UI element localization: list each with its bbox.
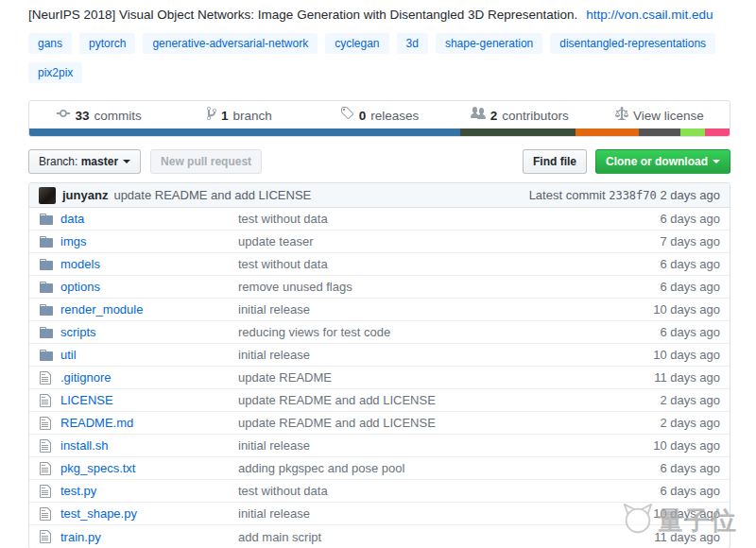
language-segment (639, 128, 680, 136)
commit-message[interactable]: update README (238, 370, 332, 385)
folder-icon (29, 234, 60, 249)
repo-website-link[interactable]: http://von.csail.mit.edu (586, 8, 713, 22)
commits-stat[interactable]: 33 commits (29, 101, 169, 128)
folder-icon (29, 348, 60, 363)
topic-tag-pix2pix[interactable]: pix2pix (28, 62, 82, 83)
latest-commit-label: Latest commit (529, 188, 606, 202)
topic-tag-generative-adversarial-network[interactable]: generative-adversarial-network (143, 33, 318, 54)
file-age: 6 days ago (618, 484, 730, 498)
topic-tag-3d[interactable]: 3d (397, 33, 428, 54)
latest-commit-age: 2 days ago (660, 188, 720, 202)
topic-tag-gans[interactable]: gans (28, 33, 72, 54)
file-link[interactable]: scripts (60, 325, 96, 339)
file-link[interactable]: options (60, 280, 100, 294)
topic-tag-shape-generation[interactable]: shape-generation (436, 33, 542, 54)
license-icon (615, 106, 628, 125)
contributors-stat[interactable]: 2 contributors (450, 101, 590, 128)
branch-name: master (81, 155, 118, 168)
commit-message[interactable]: remove unused flags (238, 280, 352, 294)
commit-message[interactable]: test without data (238, 257, 328, 271)
topic-tag-cyclegan[interactable]: cyclegan (325, 33, 388, 54)
file-link[interactable]: imgs (60, 234, 86, 248)
language-segment (680, 128, 705, 136)
repo-description-row: [NeurIPS 2018] Visual Object Networks: I… (28, 0, 730, 24)
chevron-down-icon (713, 160, 720, 163)
branch-icon (207, 106, 216, 125)
commit-hash-link[interactable]: 2338f70 (609, 189, 657, 202)
table-row: train.py add main script 11 days ago (29, 525, 730, 548)
branches-stat[interactable]: 1 branch (169, 101, 309, 128)
commit-message[interactable]: adding pkgspec and pose pool (238, 461, 404, 475)
commit-message[interactable]: update README and add LICENSE (238, 416, 436, 430)
table-row: pkg_specs.txt adding pkgspec and pose po… (29, 457, 730, 480)
file-link[interactable]: models (60, 257, 100, 271)
clone-or-download-button[interactable]: Clone or download (595, 149, 730, 174)
commit-author-link[interactable]: junyanz (62, 188, 108, 202)
file-link[interactable]: data (60, 212, 84, 226)
file-age: 10 days ago (618, 302, 730, 317)
topic-tag-disentangled-representations[interactable]: disentangled-representations (550, 33, 715, 54)
file-icon (29, 438, 60, 454)
commit-message[interactable]: reducing views for test code (238, 325, 390, 339)
file-link[interactable]: .gitignore (60, 370, 111, 385)
language-bar[interactable] (29, 128, 730, 136)
commit-message[interactable]: initial release (238, 438, 310, 453)
license-label: View license (633, 108, 704, 124)
file-icon (29, 461, 60, 476)
releases-stat[interactable]: 0 releases (309, 101, 449, 128)
file-age: 6 days ago (618, 257, 730, 271)
file-age: 7 days ago (618, 234, 730, 248)
commit-message-link[interactable]: update README and add LICENSE (113, 188, 311, 202)
commit-message[interactable]: initial release (238, 302, 310, 317)
find-file-button[interactable]: Find file (523, 149, 587, 174)
commit-message[interactable]: test without data (238, 212, 328, 226)
file-age: 10 days ago (618, 348, 730, 362)
file-link[interactable]: LICENSE (60, 393, 113, 407)
topic-tag-pytorch[interactable]: pytorch (79, 33, 135, 54)
file-link[interactable]: util (60, 348, 77, 362)
table-row: test.py test without data 6 days ago (29, 480, 730, 503)
new-pull-request-button[interactable]: New pull request (150, 149, 262, 174)
folder-icon (29, 302, 60, 317)
file-link[interactable]: train.py (60, 530, 101, 544)
table-row: .gitignore update README 11 days ago (29, 367, 730, 389)
topics-row-1: gans pytorch generative-adversarial-netw… (28, 33, 730, 54)
folder-icon (29, 257, 60, 272)
commits-label: commits (94, 108, 141, 124)
releases-icon (340, 106, 354, 125)
file-link[interactable]: test_shape.py (60, 506, 137, 521)
commit-message[interactable]: initial release (238, 348, 310, 362)
commit-message[interactable]: add main script (238, 530, 321, 544)
commit-message[interactable]: test without data (238, 484, 328, 498)
file-link[interactable]: README.md (60, 416, 133, 430)
file-age: 2 days ago (618, 393, 730, 407)
file-link[interactable]: pkg_specs.txt (60, 461, 136, 475)
contributors-icon (471, 106, 486, 125)
file-icon (29, 506, 60, 522)
repository-page: [NeurIPS 2018] Visual Object Networks: I… (0, 0, 756, 548)
file-age: 11 days ago (618, 530, 730, 544)
file-link[interactable]: install.sh (60, 438, 109, 453)
table-row: install.sh initial release 10 days ago (29, 435, 730, 457)
latest-commit-bar: junyanz update README and add LICENSE La… (29, 183, 730, 208)
branches-label: branch (232, 108, 271, 124)
commit-message[interactable]: update README and add LICENSE (238, 393, 436, 407)
view-license-link[interactable]: View license (590, 101, 730, 128)
commit-message[interactable]: update teaser (238, 234, 314, 248)
table-row: data test without data 6 days ago (29, 208, 730, 231)
contributors-label: contributors (502, 108, 569, 124)
releases-count: 0 (359, 108, 367, 124)
file-icon (29, 484, 60, 499)
file-age: 10 days ago (618, 506, 730, 521)
latest-commit-info: Latest commit 2338f70 2 days ago (529, 188, 720, 202)
language-segment (29, 128, 460, 136)
avatar[interactable] (39, 187, 56, 204)
file-link[interactable]: render_module (60, 302, 143, 317)
file-icon (29, 416, 60, 431)
folder-icon (29, 212, 60, 227)
file-link[interactable]: test.py (60, 484, 96, 498)
topics-row-2: pix2pix (28, 62, 730, 83)
commit-message[interactable]: initial release (238, 506, 310, 521)
branches-count: 1 (221, 108, 229, 124)
branch-select-button[interactable]: Branch: master (28, 149, 141, 174)
